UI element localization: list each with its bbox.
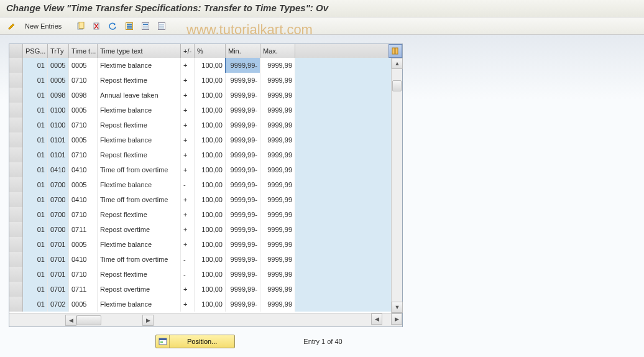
row-selector[interactable] [9,58,23,73]
cell-percent[interactable]: 100,00 [195,132,226,147]
scroll-thumb-horizontal-left[interactable] [76,315,101,325]
row-selector[interactable] [9,237,23,252]
scroll-up-button[interactable]: ▲ [392,58,403,69]
cell-max[interactable]: 9999,99 [260,237,295,252]
cell-min[interactable]: 9999,99- [226,237,260,252]
cell-psg[interactable]: 01 [23,88,48,103]
cell-plusminus[interactable]: + [181,73,195,88]
position-button[interactable]: Position... [155,335,235,348]
cell-max[interactable]: 9999,99 [260,252,295,267]
cell-timetype[interactable]: 0710 [69,267,98,282]
cell-timetype[interactable]: 0098 [69,88,98,103]
cell-timetype[interactable]: 0005 [69,177,98,192]
cell-max[interactable]: 9999,99 [260,162,295,177]
cell-plusminus[interactable]: + [181,58,195,73]
cell-max[interactable]: 9999,99 [260,222,295,237]
cell-min[interactable]: 9999,99- [226,58,260,73]
cell-trty[interactable]: 0701 [48,237,69,252]
cell-percent[interactable]: 100,00 [195,73,226,88]
scroll-right-button[interactable]: ▶ [142,315,154,326]
cell-timetype[interactable]: 0710 [69,73,98,88]
cell-min[interactable]: 9999,99- [226,118,260,132]
cell-plusminus[interactable]: + [181,147,195,162]
column-header-trty[interactable]: TrTy [48,44,69,58]
row-selector[interactable] [9,177,23,192]
cell-plusminus[interactable]: + [181,162,195,177]
cell-psg[interactable]: 01 [23,162,48,177]
cell-percent[interactable]: 100,00 [195,282,226,297]
cell-percent[interactable]: 100,00 [195,267,226,282]
cell-min[interactable]: 9999,99- [226,177,260,192]
cell-timetype[interactable]: 0711 [69,282,98,297]
cell-max[interactable]: 9999,99 [260,73,295,88]
cell-percent[interactable]: 100,00 [195,88,226,103]
cell-text[interactable]: Repost overtime [98,222,181,237]
cell-percent[interactable]: 100,00 [195,222,226,237]
cell-trty[interactable]: 0701 [48,252,69,267]
cell-max[interactable]: 9999,99 [260,282,295,297]
cell-max[interactable]: 9999,99 [260,118,295,132]
new-entries-button[interactable]: New Entries [21,21,65,31]
row-selector[interactable] [9,118,23,132]
cell-plusminus[interactable]: + [181,237,195,252]
select-all-button[interactable] [122,20,136,32]
row-selector[interactable] [9,103,23,118]
cell-percent[interactable]: 100,00 [195,58,226,73]
cell-min[interactable]: 9999,99- [226,207,260,222]
cell-trty[interactable]: 0100 [48,103,69,118]
undo-button[interactable] [106,20,120,32]
cell-trty[interactable]: 0005 [48,73,69,88]
cell-trty[interactable]: 0005 [48,58,69,73]
cell-trty[interactable]: 0700 [48,222,69,237]
cell-plusminus[interactable]: + [181,297,195,312]
cell-psg[interactable]: 01 [23,147,48,162]
cell-min[interactable]: 9999,99- [226,103,260,118]
cell-trty[interactable]: 0700 [48,207,69,222]
row-selector[interactable] [9,222,23,237]
cell-timetype[interactable]: 0710 [69,118,98,132]
cell-plusminus[interactable]: + [181,192,195,207]
cell-trty[interactable]: 0101 [48,132,69,147]
cell-min[interactable]: 9999,99- [226,73,260,88]
cell-percent[interactable]: 100,00 [195,207,226,222]
cell-max[interactable]: 9999,99 [260,267,295,282]
row-selector[interactable] [9,207,23,222]
cell-trty[interactable]: 0100 [48,118,69,132]
row-selector[interactable] [9,147,23,162]
toggle-display-button[interactable] [5,20,19,32]
cell-percent[interactable]: 100,00 [195,103,226,118]
cell-psg[interactable]: 01 [23,237,48,252]
cell-text[interactable]: Annual leave taken [98,88,181,103]
cell-trty[interactable]: 0701 [48,267,69,282]
cell-text[interactable]: Time off from overtime [98,162,181,177]
cell-min[interactable]: 9999,99- [226,252,260,267]
scroll-left-button-2[interactable]: ◀ [371,313,382,325]
cell-min[interactable]: 9999,99- [226,297,260,312]
cell-min[interactable]: 9999,99- [226,88,260,103]
row-selector[interactable] [9,252,23,267]
cell-timetype[interactable]: 0005 [69,58,98,73]
cell-trty[interactable]: 0702 [48,297,69,312]
cell-trty[interactable]: 0101 [48,147,69,162]
row-selector[interactable] [9,88,23,103]
row-selector[interactable] [9,132,23,147]
row-selector[interactable] [9,73,23,88]
scroll-thumb-vertical[interactable] [392,80,402,91]
cell-max[interactable]: 9999,99 [260,207,295,222]
cell-psg[interactable]: 01 [23,252,48,267]
cell-psg[interactable]: 01 [23,192,48,207]
cell-psg[interactable]: 01 [23,282,48,297]
table-config-button[interactable] [389,44,402,58]
cell-text[interactable]: Repost flextime [98,267,181,282]
cell-trty[interactable]: 0700 [48,192,69,207]
column-header-psg[interactable]: PSG... [23,44,48,58]
cell-psg[interactable]: 01 [23,118,48,132]
cell-text[interactable]: Repost flextime [98,147,181,162]
cell-plusminus[interactable]: - [181,267,195,282]
row-selector[interactable] [9,297,23,312]
column-header-timetype[interactable]: Time t... [69,44,98,58]
column-header-text[interactable]: Time type text [98,44,181,58]
cell-max[interactable]: 9999,99 [260,103,295,118]
deselect-all-button[interactable] [155,20,168,32]
cell-max[interactable]: 9999,99 [260,58,295,73]
